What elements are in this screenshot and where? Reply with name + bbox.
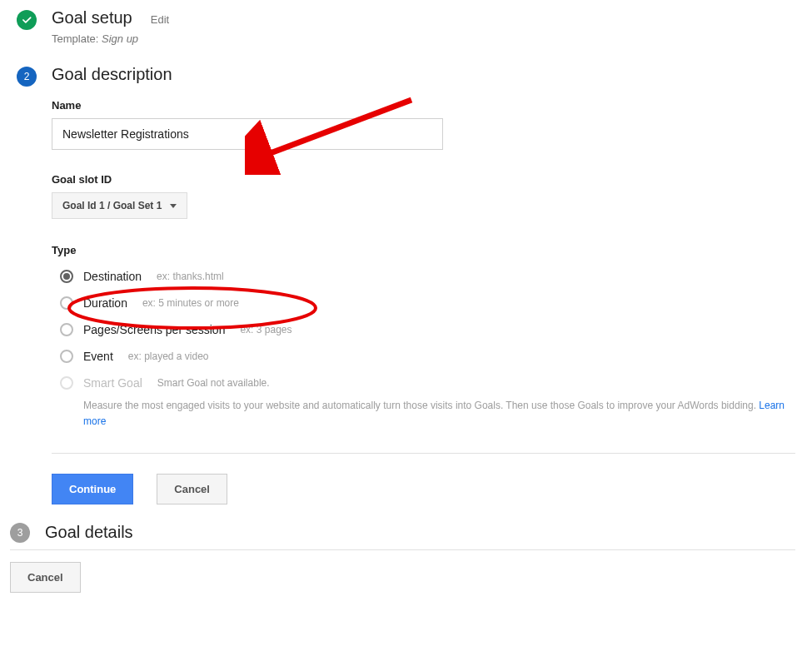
step-1-title: Goal setup (52, 8, 132, 27)
goal-slot-dropdown[interactable]: Goal Id 1 / Goal Set 1 (52, 192, 187, 219)
edit-link[interactable]: Edit (151, 13, 169, 26)
radio-pages-screens[interactable]: Pages/Screens per session ex: 3 pages (52, 316, 795, 343)
radio-icon (60, 323, 73, 336)
radio-event[interactable]: Event ex: played a video (52, 343, 795, 370)
step-2-badge: 2 (17, 67, 37, 87)
step-3-goal-details: 3 Goal details (10, 521, 795, 550)
goal-slot-label: Goal slot ID (52, 173, 795, 186)
name-label: Name (52, 99, 795, 112)
radio-icon (60, 270, 73, 283)
goal-name-input[interactable] (52, 118, 443, 150)
step-1-goal-setup: Goal setup Edit Template: Sign up (17, 8, 795, 45)
template-line: Template: Sign up (52, 32, 795, 45)
checkmark-icon (17, 10, 37, 30)
divider (52, 453, 795, 454)
chevron-down-icon (170, 204, 177, 208)
radio-smart-goal: Smart Goal Smart Goal not available. (52, 370, 795, 396)
radio-duration[interactable]: Duration ex: 5 minutes or more (52, 290, 795, 316)
continue-button[interactable]: Continue (52, 474, 133, 504)
step-3-badge: 3 (10, 523, 30, 543)
radio-icon (60, 376, 73, 390)
step-2-title: Goal description (52, 65, 172, 84)
footer-cancel-button[interactable]: Cancel (10, 562, 81, 593)
step-2-goal-description: 2 Goal description Name Goal slot ID Goa… (17, 65, 795, 504)
radio-icon (60, 350, 73, 363)
type-label: Type (52, 244, 795, 256)
radio-destination[interactable]: Destination ex: thanks.html (52, 263, 795, 290)
radio-icon (60, 296, 73, 310)
step-3-title: Goal details (45, 523, 133, 542)
cancel-button[interactable]: Cancel (157, 474, 227, 504)
smart-goal-description: Measure the most engaged visits to your … (83, 398, 795, 430)
